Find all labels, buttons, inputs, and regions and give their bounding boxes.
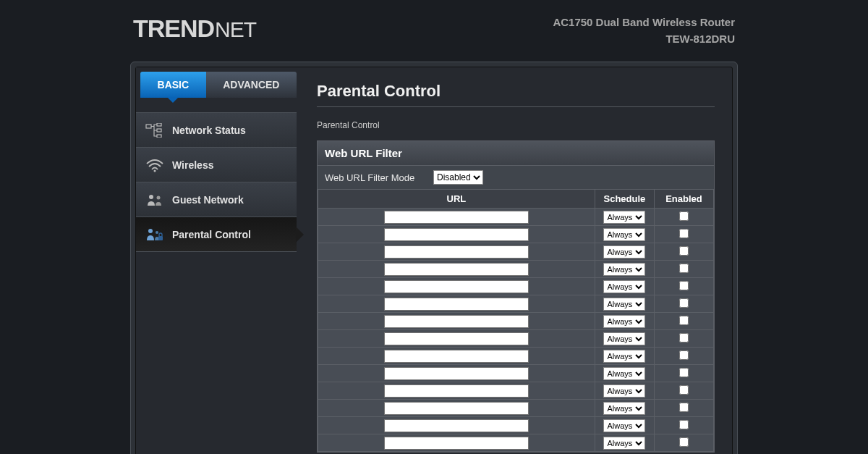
schedule-select[interactable]: Always [603, 419, 645, 432]
svg-rect-0 [146, 125, 151, 128]
breadcrumb: Parental Control [317, 120, 715, 130]
table-row: Always [318, 348, 714, 365]
schedule-select[interactable]: Always [603, 350, 645, 363]
url-input[interactable] [384, 245, 529, 258]
filter-mode-row: Web URL Filter Mode Disabled [318, 166, 714, 189]
schedule-select[interactable]: Always [603, 228, 645, 241]
enabled-checkbox[interactable] [679, 333, 689, 342]
enabled-cell [654, 261, 713, 278]
enabled-cell [654, 365, 713, 382]
section-header: Web URL Filter [318, 141, 714, 166]
schedule-cell: Always [595, 365, 654, 382]
table-row: Always [318, 434, 714, 452]
sidebar: BASIC ADVANCED Network Statu [136, 67, 297, 454]
url-input[interactable] [384, 228, 529, 241]
sidebar-item-label: Network Status [172, 125, 246, 136]
enabled-checkbox[interactable] [679, 316, 689, 325]
schedule-select[interactable]: Always [603, 211, 645, 224]
enabled-checkbox[interactable] [679, 385, 689, 395]
sidebar-item-label: Wireless [172, 159, 213, 171]
url-input[interactable] [384, 384, 529, 398]
guest-network-icon [143, 191, 166, 209]
url-input[interactable] [384, 350, 529, 363]
table-row: Always [318, 313, 714, 330]
svg-point-6 [157, 196, 161, 199]
schedule-select[interactable]: Always [603, 402, 645, 415]
url-cell [318, 400, 595, 417]
url-cell [318, 313, 595, 330]
table-row: Always [318, 209, 714, 226]
schedule-select[interactable]: Always [603, 315, 645, 328]
schedule-cell: Always [595, 209, 654, 226]
svg-point-7 [148, 229, 153, 233]
enabled-checkbox[interactable] [679, 211, 689, 221]
url-input[interactable] [384, 263, 529, 276]
enabled-cell [654, 278, 713, 295]
enabled-checkbox[interactable] [679, 420, 689, 429]
tab-basic[interactable]: BASIC [140, 72, 206, 98]
table-row: Always [318, 382, 714, 400]
url-cell [318, 226, 595, 243]
enabled-checkbox[interactable] [679, 368, 689, 377]
enabled-checkbox[interactable] [679, 229, 689, 238]
enabled-checkbox[interactable] [679, 246, 689, 256]
url-input[interactable] [384, 315, 529, 328]
col-schedule: Schedule [595, 190, 654, 209]
url-input[interactable] [384, 419, 529, 432]
schedule-select[interactable]: Always [603, 384, 645, 398]
enabled-checkbox[interactable] [679, 350, 689, 360]
schedule-select[interactable]: Always [603, 437, 645, 450]
url-cell [318, 243, 595, 261]
sidebar-item-wireless[interactable]: Wireless [136, 148, 297, 182]
main-panel: BASIC ADVANCED Network Statu [130, 62, 738, 454]
schedule-select[interactable]: Always [603, 280, 645, 293]
page-scroll-viewport[interactable]: TRENDNET AC1750 Dual Band Wireless Route… [0, 0, 868, 454]
panel-body: BASIC ADVANCED Network Statu [135, 67, 733, 454]
url-input[interactable] [384, 367, 529, 380]
url-input[interactable] [384, 280, 529, 293]
url-cell [318, 417, 595, 434]
schedule-select[interactable]: Always [603, 298, 645, 311]
enabled-checkbox[interactable] [679, 403, 689, 412]
filter-mode-select[interactable]: Disabled [433, 170, 483, 185]
table-row: Always [318, 330, 714, 348]
model-line2: TEW-812DRU [553, 31, 735, 48]
table-row: Always [318, 295, 714, 313]
model-line1: AC1750 Dual Band Wireless Router [553, 14, 735, 31]
url-input[interactable] [384, 402, 529, 415]
schedule-select[interactable]: Always [603, 367, 645, 380]
enabled-checkbox[interactable] [679, 437, 689, 447]
table-row: Always [318, 278, 714, 295]
sidebar-item-guest-network[interactable]: Guest Network [136, 182, 297, 217]
schedule-select[interactable]: Always [603, 332, 645, 345]
url-input[interactable] [384, 437, 529, 450]
web-url-filter-section: Web URL Filter Web URL Filter Mode Disab… [317, 140, 715, 453]
url-input[interactable] [384, 298, 529, 311]
sidebar-item-parental-control[interactable]: Parental Control [136, 217, 297, 252]
tab-advanced[interactable]: ADVANCED [206, 72, 297, 98]
table-row: Always [318, 417, 714, 434]
url-input[interactable] [384, 332, 529, 345]
schedule-cell: Always [595, 400, 654, 417]
main-content: Parental Control Parental Control Web UR… [297, 67, 732, 454]
network-status-icon [143, 122, 166, 139]
enabled-checkbox[interactable] [679, 281, 689, 290]
filter-table: URL Schedule Enabled AlwaysAlwaysAlwaysA… [318, 189, 714, 452]
schedule-select[interactable]: Always [603, 263, 645, 276]
svg-rect-9 [158, 236, 163, 240]
url-cell [318, 295, 595, 313]
table-row: Always [318, 365, 714, 382]
enabled-checkbox[interactable] [679, 298, 689, 308]
sidebar-item-network-status[interactable]: Network Status [136, 113, 297, 148]
enabled-checkbox[interactable] [679, 264, 689, 273]
url-cell [318, 209, 595, 226]
tab-gap [136, 98, 297, 112]
url-input[interactable] [384, 211, 529, 224]
col-enabled: Enabled [654, 190, 713, 209]
brand-logo-thin: NET [215, 17, 256, 42]
model-info: AC1750 Dual Band Wireless Router TEW-812… [553, 14, 735, 47]
filter-table-body: AlwaysAlwaysAlwaysAlwaysAlwaysAlwaysAlwa… [318, 209, 714, 452]
schedule-select[interactable]: Always [603, 245, 645, 258]
header: TRENDNET AC1750 Dual Band Wireless Route… [130, 14, 738, 47]
schedule-cell: Always [595, 313, 654, 330]
